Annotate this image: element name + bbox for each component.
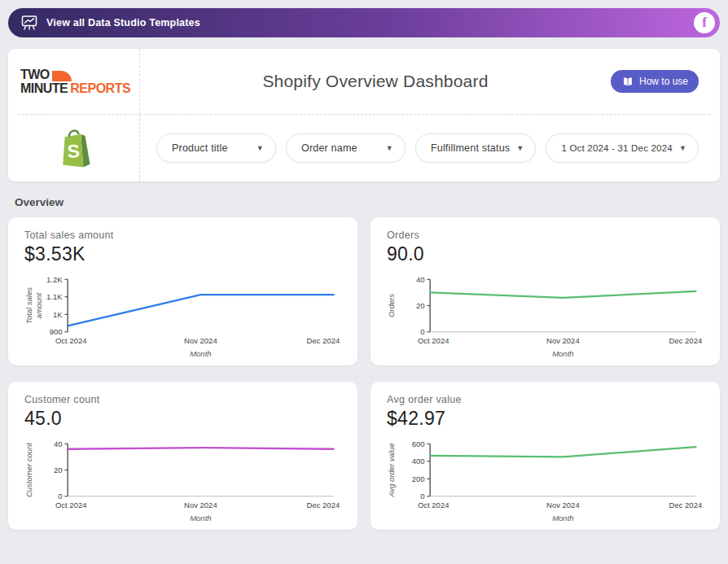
svg-text:20: 20 — [54, 466, 63, 474]
card-stat-value: $3.53K — [24, 243, 343, 265]
svg-text:0: 0 — [58, 492, 62, 501]
svg-text:200: 200 — [412, 474, 425, 483]
logo-quarter-circle-shape — [52, 71, 72, 81]
card-title: Orders — [387, 230, 705, 241]
header-top-row: TWO MINUTE REPORTS Shopify Overview Dash… — [11, 49, 717, 114]
svg-text:Month: Month — [190, 514, 211, 522]
header-filter-row: S Product title ▼ Order name ▼ Fulfillme… — [11, 115, 717, 181]
header-card: TWO MINUTE REPORTS Shopify Overview Dash… — [8, 49, 720, 181]
filter-date-range-label: 1 Oct 2024 - 31 Dec 2024 — [561, 143, 673, 153]
chevron-down-icon: ▼ — [516, 144, 524, 152]
card-customer-count: Customer count 45.0 02040Oct 2024Nov 202… — [8, 382, 357, 530]
filter-order-name-label: Order name — [301, 142, 357, 154]
how-to-use-label: How to use — [639, 76, 688, 87]
card-title: Avg order value — [387, 394, 705, 405]
filter-fulfillment-status[interactable]: Fulfillment status ▼ — [415, 133, 537, 163]
card-orders: Orders 90.0 02040Oct 2024Nov 2024Dec 202… — [371, 217, 720, 365]
open-book-icon — [621, 77, 634, 87]
section-title-overview: Overview — [15, 196, 728, 208]
svg-text:Dec 2024: Dec 2024 — [669, 336, 703, 345]
card-avg-order-value: Avg order value $42.97 0200400600Oct 202… — [371, 382, 720, 530]
svg-text:Nov 2024: Nov 2024 — [546, 501, 580, 509]
card-title: Customer count — [24, 394, 343, 405]
card-stat-value: $42.97 — [387, 408, 705, 430]
logo-word-reports: REPORTS — [70, 82, 130, 95]
two-minute-reports-logo: TWO MINUTE REPORTS — [11, 49, 140, 114]
filter-date-range[interactable]: 1 Oct 2024 - 31 Dec 2024 ▼ — [546, 133, 699, 163]
filter-bar: Product title ▼ Order name ▼ Fulfillment… — [140, 133, 717, 163]
filter-product-title[interactable]: Product title ▼ — [156, 133, 276, 163]
svg-text:Month: Month — [552, 514, 573, 522]
svg-text:S: S — [66, 140, 80, 162]
svg-text:Nov 2024: Nov 2024 — [184, 336, 217, 345]
svg-text:1K: 1K — [53, 310, 63, 319]
banner-label: View all Data Studio Templates — [46, 17, 200, 28]
svg-text:Total sales: Total sales — [24, 287, 33, 324]
svg-text:Oct 2024: Oct 2024 — [55, 336, 87, 345]
svg-text:40: 40 — [54, 439, 63, 448]
chart-presentation-icon — [20, 14, 39, 32]
filter-order-name[interactable]: Order name ▼ — [286, 133, 406, 163]
how-to-use-button[interactable]: How to use — [611, 70, 699, 93]
customer-count-line-chart: 02040Oct 2024Nov 2024Dec 2024MonthCustom… — [24, 433, 343, 527]
page-title: Shopify Overview Dashboard — [262, 72, 488, 90]
avg-order-value-line-chart: 0200400600Oct 2024Nov 2024Dec 2024MonthA… — [387, 433, 705, 527]
svg-text:Customer count: Customer count — [24, 443, 33, 497]
svg-text:Avg order value: Avg order value — [387, 443, 396, 497]
svg-text:400: 400 — [412, 457, 425, 466]
svg-text:Oct 2024: Oct 2024 — [418, 501, 450, 509]
logo-word-minute: MINUTE — [20, 82, 68, 95]
svg-text:Dec 2024: Dec 2024 — [307, 501, 340, 509]
orders-line-chart: 02040Oct 2024Nov 2024Dec 2024MonthOrders — [387, 269, 705, 363]
svg-text:1.2K: 1.2K — [46, 275, 63, 284]
view-templates-banner[interactable]: View all Data Studio Templates f — [8, 8, 720, 37]
chevron-down-icon: ▼ — [679, 144, 686, 152]
svg-text:Oct 2024: Oct 2024 — [55, 501, 87, 509]
card-stat-value: 45.0 — [24, 408, 343, 430]
svg-text:40: 40 — [416, 275, 425, 284]
svg-text:1.1K: 1.1K — [46, 292, 63, 301]
logo-word-two: TWO — [20, 68, 50, 81]
svg-text:Oct 2024: Oct 2024 — [418, 336, 450, 345]
card-stat-value: 90.0 — [387, 243, 705, 265]
filter-product-title-label: Product title — [172, 142, 228, 154]
card-title: Total sales amount — [24, 230, 343, 241]
total-sales-line-chart: 9001K1.1K1.2KOct 2024Nov 2024Dec 2024Mon… — [24, 269, 343, 363]
svg-text:Orders: Orders — [387, 294, 396, 317]
svg-text:Month: Month — [552, 349, 573, 358]
svg-text:amount: amount — [34, 292, 43, 318]
facebook-icon[interactable]: f — [694, 12, 715, 33]
svg-text:0: 0 — [420, 492, 424, 501]
svg-text:20: 20 — [416, 301, 425, 310]
filter-fulfillment-status-label: Fulfillment status — [431, 142, 510, 154]
chevron-down-icon: ▼ — [386, 144, 393, 152]
svg-text:0: 0 — [420, 327, 424, 336]
svg-text:Dec 2024: Dec 2024 — [669, 501, 703, 509]
svg-text:Dec 2024: Dec 2024 — [307, 336, 340, 345]
svg-text:900: 900 — [50, 327, 63, 336]
card-total-sales-amount: Total sales amount $3.53K 9001K1.1K1.2KO… — [8, 217, 357, 365]
shopify-logo: S — [11, 115, 140, 181]
svg-text:Month: Month — [190, 349, 211, 358]
kpi-card-grid: Total sales amount $3.53K 9001K1.1K1.2KO… — [8, 217, 720, 530]
svg-text:Nov 2024: Nov 2024 — [184, 501, 217, 509]
svg-text:600: 600 — [412, 439, 425, 448]
svg-text:Nov 2024: Nov 2024 — [546, 336, 580, 345]
chevron-down-icon: ▼ — [257, 144, 264, 152]
